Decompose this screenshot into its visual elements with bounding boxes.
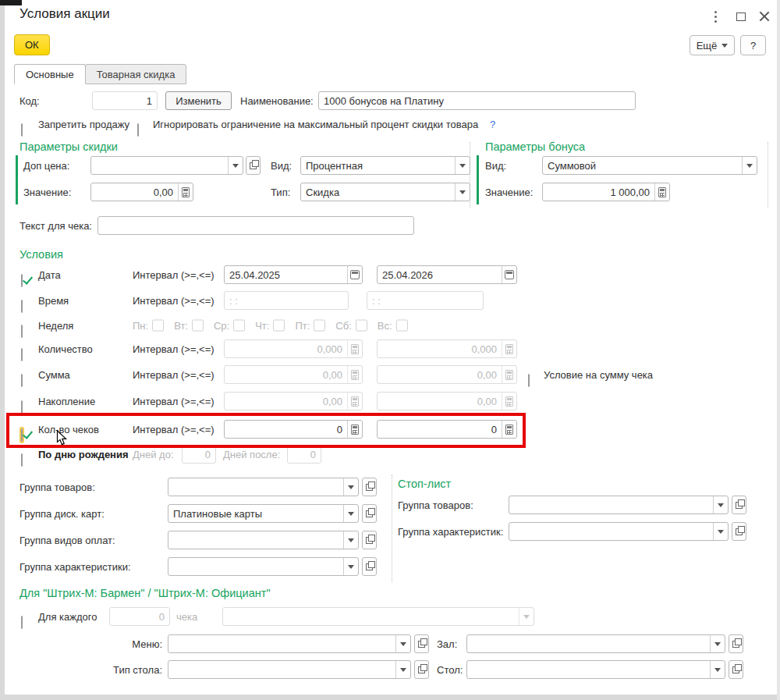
stoplist-chars-combo[interactable] <box>509 522 729 541</box>
tabletype-open-button[interactable] <box>414 660 429 679</box>
accum-from-calc-button[interactable] <box>347 393 362 410</box>
sum-to-field[interactable]: 0,00 <box>377 365 517 384</box>
menu-dropdown[interactable] <box>395 635 410 652</box>
checks-interval-label: Интервал (>=,<=) <box>133 424 214 435</box>
date-to-calendar-button[interactable] <box>502 266 516 283</box>
date-from-calendar-button[interactable] <box>347 266 362 283</box>
checks-count-checkbox[interactable] <box>21 428 23 442</box>
checks-to-calc-button[interactable] <box>502 421 516 438</box>
for-each-dropdown[interactable] <box>519 608 534 625</box>
stoplist-chars-open-button[interactable] <box>732 522 746 541</box>
conditions-header: Условия <box>20 248 63 261</box>
more-button[interactable]: Ещё <box>690 35 735 55</box>
qty-interval-label: Интервал (>=,<=) <box>133 343 214 355</box>
hall-combo[interactable] <box>466 634 725 653</box>
tabletype-dropdown[interactable] <box>395 661 410 678</box>
sum-checkbox[interactable] <box>21 374 23 387</box>
receipt-text-input[interactable] <box>98 216 414 235</box>
tab-main[interactable]: Основные <box>14 64 86 84</box>
for-each-count-field[interactable]: 0 <box>109 607 170 626</box>
checks-from-field[interactable]: 0 <box>224 420 363 439</box>
weekday-thu-checkbox[interactable] <box>273 320 285 332</box>
accum-checkbox[interactable] <box>21 400 23 414</box>
accum-from-value: 0,00 <box>225 393 347 410</box>
table-combo[interactable] <box>466 660 725 679</box>
tab-goods-discount[interactable]: Товарная скидка <box>85 64 187 84</box>
check-sum-condition-checkbox[interactable] <box>528 374 530 387</box>
qty-checkbox[interactable] <box>21 348 23 361</box>
code-field[interactable]: 1 <box>92 91 158 110</box>
group-chars-open-button[interactable] <box>362 557 377 576</box>
window-menu-button[interactable] <box>706 8 725 25</box>
week-label: Неделя <box>38 320 73 332</box>
group-goods-value <box>168 478 343 496</box>
group-goods-combo[interactable] <box>168 478 359 496</box>
weekday-sun-checkbox[interactable] <box>396 320 408 332</box>
days-before-field[interactable]: 0 <box>182 445 216 464</box>
chevron-down-icon <box>523 615 530 619</box>
time-from-field[interactable]: : : <box>224 291 349 310</box>
stoplist-goods-dropdown[interactable] <box>713 496 728 513</box>
help-button[interactable]: ? <box>740 35 766 55</box>
sum-from-field[interactable]: 0,00 <box>224 365 363 384</box>
weekday-sat-checkbox[interactable] <box>356 320 367 332</box>
bonus-value-field[interactable]: 1 000,00 <box>542 183 670 201</box>
menu-value <box>168 635 395 652</box>
group-goods-open-button[interactable] <box>362 478 377 496</box>
date-to-field[interactable]: 25.04.2026 <box>377 265 517 284</box>
group-goods-dropdown[interactable] <box>343 478 358 496</box>
weekday-fri-checkbox[interactable] <box>314 320 325 332</box>
weekday-tue-checkbox[interactable] <box>192 320 204 332</box>
hall-dropdown[interactable] <box>710 635 725 652</box>
qty-to-calc-button[interactable] <box>502 340 516 357</box>
bonus-vid-combo[interactable]: Суммовой <box>542 156 757 175</box>
accum-to-field[interactable]: 0,00 <box>377 392 517 410</box>
date-from-field[interactable]: 25.04.2025 <box>224 265 363 284</box>
checks-from-calc-button[interactable] <box>347 421 362 438</box>
group-chars-combo[interactable] <box>168 557 359 576</box>
forbid-sale-checkbox[interactable] <box>21 123 23 137</box>
maximize-button[interactable] <box>732 8 750 25</box>
table-open-button[interactable] <box>729 660 743 679</box>
time-checkbox[interactable] <box>21 300 23 313</box>
for-each-checkbox[interactable] <box>21 616 23 629</box>
date-checkbox[interactable] <box>21 274 23 287</box>
stoplist-goods-open-button[interactable] <box>732 496 746 514</box>
ok-button[interactable]: ОК <box>14 34 50 55</box>
for-each-combo[interactable] <box>222 607 534 626</box>
open-icon <box>366 563 373 570</box>
ignore-limit-checkbox[interactable] <box>137 123 139 137</box>
time-to-field[interactable]: : : <box>367 291 484 310</box>
qty-from-calc-button[interactable] <box>347 340 362 357</box>
sum-to-calc-button[interactable] <box>502 366 516 383</box>
accum-to-value: 0,00 <box>378 393 502 410</box>
accum-to-calc-button[interactable] <box>502 393 516 410</box>
days-after-field[interactable]: 0 <box>287 445 321 464</box>
week-checkbox[interactable] <box>21 325 23 338</box>
bonus-vid-dropdown[interactable] <box>742 157 757 174</box>
tabletype-combo[interactable] <box>168 660 411 679</box>
hall-open-button[interactable] <box>729 634 743 653</box>
bonus-value-calc-button[interactable] <box>654 183 669 201</box>
stoplist-goods-combo[interactable] <box>509 496 729 514</box>
table-dropdown[interactable] <box>710 661 725 678</box>
change-code-button[interactable]: Изменить <box>165 91 232 110</box>
qty-from-field[interactable]: 0,000 <box>224 339 363 358</box>
weekday-mon-checkbox[interactable] <box>152 320 164 332</box>
checks-to-field[interactable]: 0 <box>377 420 517 439</box>
close-button[interactable] <box>755 8 774 25</box>
receipt-text-row: Текст для чека: <box>0 215 780 236</box>
weekday-wed-checkbox[interactable] <box>233 320 245 332</box>
chevron-down-icon <box>400 642 406 646</box>
birthday-checkbox[interactable] <box>21 453 23 467</box>
tabletype-table-row: Тип стола: Стол: <box>0 659 780 680</box>
menu-combo[interactable] <box>168 634 411 653</box>
group-chars-dropdown[interactable] <box>343 558 358 575</box>
menu-open-button[interactable] <box>414 634 429 653</box>
sum-from-calc-button[interactable] <box>347 366 362 383</box>
qty-to-field[interactable]: 0,000 <box>377 339 517 358</box>
ignore-limit-help-link[interactable]: ? <box>490 119 495 130</box>
stoplist-chars-dropdown[interactable] <box>713 523 728 540</box>
name-input[interactable]: 1000 бонусов на Платину <box>318 91 636 110</box>
accum-from-field[interactable]: 0,00 <box>224 392 363 410</box>
